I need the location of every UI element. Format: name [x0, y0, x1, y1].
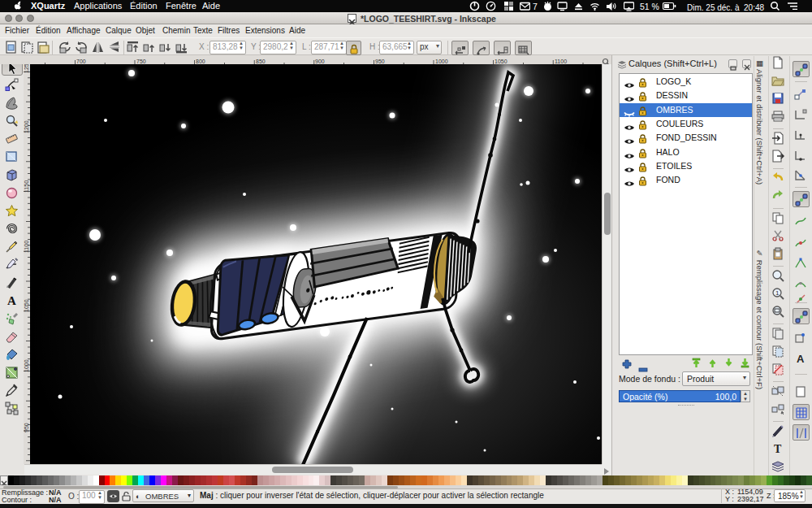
svg-text:1050: 1050	[495, 59, 508, 64]
svg-text:850: 850	[256, 59, 266, 64]
svg-text:1100: 1100	[24, 241, 29, 253]
svg-text:950: 950	[24, 423, 29, 432]
svg-text:750: 750	[136, 59, 146, 64]
svg-text:900: 900	[315, 59, 325, 64]
svg-text:1200: 1200	[24, 120, 29, 133]
svg-text:1250: 1250	[24, 64, 29, 73]
svg-text:1: 1	[775, 289, 780, 297]
svg-text:1150: 1150	[24, 180, 29, 193]
svg-text:1050: 1050	[24, 299, 29, 312]
svg-text:1000: 1000	[435, 59, 448, 64]
svg-text:800: 800	[196, 59, 205, 64]
svg-text:A: A	[797, 353, 805, 365]
svg-text:950: 950	[375, 59, 385, 64]
svg-text:T: T	[774, 443, 782, 455]
svg-text:700: 700	[76, 59, 86, 64]
svg-text:A: A	[7, 294, 16, 307]
svg-text:1100: 1100	[555, 59, 567, 64]
svg-text:1000: 1000	[24, 359, 29, 372]
